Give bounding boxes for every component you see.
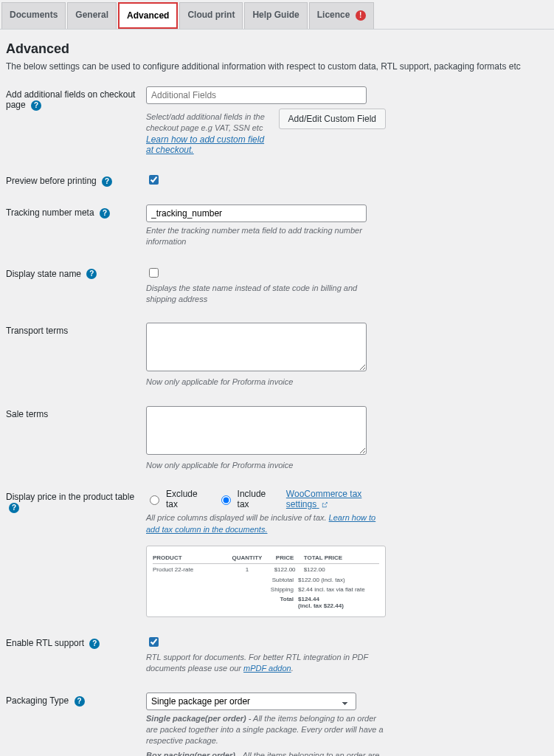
cell-product: Product 22-rate [153,566,228,573]
sum-total-v: $124.44 [298,596,319,602]
tab-cloud-print[interactable]: Cloud print [179,2,243,29]
cell-total: $122.00 [304,566,379,573]
help-icon[interactable]: ? [100,208,110,219]
add-fields-label: Add additional fields on checkout page [6,89,135,110]
include-tax-radio[interactable] [221,495,231,505]
packaging-desc-1: Single package(per order) - All the item… [146,713,386,747]
tracking-label: Tracking number meta [6,207,94,218]
packaging-label: Packaging Type [6,695,69,706]
tab-general[interactable]: General [67,2,117,29]
add-fields-hint: Select/add additional fields in the chec… [146,111,271,134]
preview-checkbox[interactable] [149,175,159,185]
transport-textarea[interactable] [146,323,367,371]
additional-fields-input[interactable] [146,86,367,104]
sum-total-l: Total [249,596,294,609]
rtl-hint: RTL support for documents. For better RT… [146,652,386,675]
cell-qty: 1 [228,566,266,573]
rtl-checkbox[interactable] [149,637,159,647]
tracking-input[interactable] [146,205,367,222]
state-hint: Displays the state name instead of state… [146,283,386,306]
help-icon[interactable]: ? [102,176,112,187]
help-icon[interactable]: ? [75,696,85,707]
tab-licence[interactable]: Licence ! [309,2,374,29]
state-label: Display state name [6,269,81,279]
sum-subtotal-v: $122.00 (incl. tax) [298,577,379,583]
tabs-bar: Documents General Advanced Cloud print H… [0,0,554,30]
page-description: The below settings can be used to config… [6,61,554,72]
col-price: PRICE [266,554,304,561]
help-icon[interactable]: ? [9,503,19,513]
add-edit-custom-field-button[interactable]: Add/Edit Custom Field [279,109,386,129]
tab-licence-label: Licence [317,10,350,20]
cell-price: $122.00 [266,566,304,573]
tracking-hint: Enter the tracking number meta field to … [146,225,386,248]
help-icon[interactable]: ? [31,100,41,111]
alert-icon: ! [356,10,366,21]
include-tax-label: Include tax [238,489,273,509]
mpdf-addon-link[interactable]: mPDF addon [243,664,291,673]
transport-label: Transport terms [6,326,68,336]
packaging-desc-2: Box packing(per order) - All the items b… [146,750,386,756]
sum-subtotal-l: Subtotal [249,577,294,583]
page-title: Advanced [6,41,554,57]
help-icon[interactable]: ? [89,639,100,649]
rtl-hint-b: . [291,664,294,673]
price-preview-table: PRODUCT QUANTITY PRICE TOTAL PRICE Produ… [146,546,386,617]
sale-hint: Now only applicable for Proforma invoice [146,460,386,471]
learn-custom-field-link[interactable]: Learn how to add custom field at checkou… [146,134,264,155]
sale-label: Sale terms [6,409,48,419]
exclude-tax-radio[interactable] [150,495,159,505]
sum-total-v2: (incl. tax $22.44) [298,602,344,609]
price-display-label: Display price in the product table [6,492,134,502]
transport-hint: Now only applicable for Proforma invoice [146,377,386,388]
preview-label: Preview before printing [6,176,97,186]
help-icon[interactable]: ? [86,269,97,279]
tab-advanced[interactable]: Advanced [118,2,178,29]
state-checkbox[interactable] [149,268,159,278]
col-total: TOTAL PRICE [304,554,379,561]
woocommerce-tax-link[interactable]: WooCommerce tax settings [286,489,386,509]
sum-shipping-v: $2.44 incl. tax via flat rate [298,586,379,593]
sale-textarea[interactable] [146,406,367,455]
col-quantity: QUANTITY [228,554,266,561]
col-product: PRODUCT [153,554,228,561]
tab-documents[interactable]: Documents [1,2,66,29]
price-hint-text: All price columns displayed will be incl… [146,513,329,522]
packaging-select[interactable]: Single package per order [146,693,356,710]
rtl-label: Enable RTL support [6,638,84,648]
price-display-hint: All price columns displayed will be incl… [146,512,386,535]
external-link-icon [321,501,328,509]
tab-help-guide[interactable]: Help Guide [244,2,307,29]
sum-shipping-l: Shipping [249,586,294,593]
exclude-tax-label: Exclude tax [166,489,204,509]
